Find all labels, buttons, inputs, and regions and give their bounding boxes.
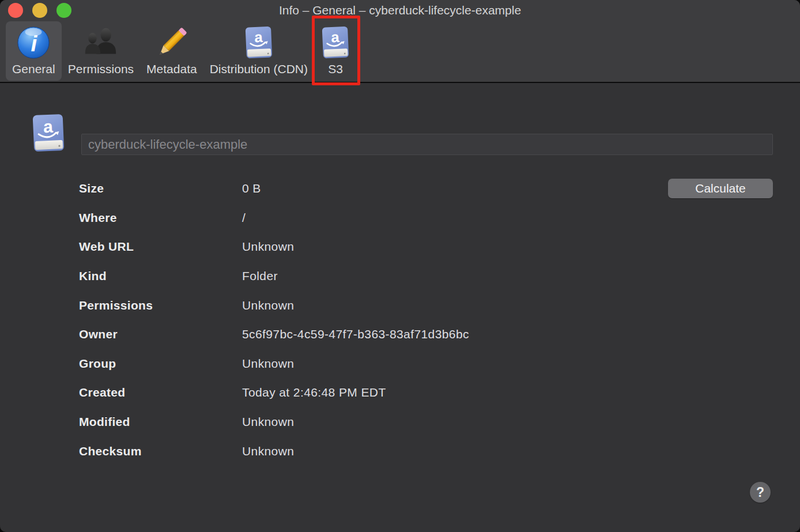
tab-general-label: General [12,62,55,76]
amazon-drive-icon: a [320,25,350,61]
tab-s3[interactable]: a S3 [314,21,357,81]
tab-s3-label: S3 [328,62,343,76]
group-label: Group [79,357,242,371]
permissions-label: Permissions [79,299,242,312]
tab-permissions[interactable]: Permissions [62,21,140,81]
pencil-icon [154,25,190,61]
kind-label: Kind [79,269,242,283]
tab-distribution-cdn[interactable]: a Distribution (CDN) [203,21,314,81]
where-value: / [242,211,246,225]
file-header: a [29,116,773,155]
info-row-owner: Owner 5c6f97bc-4c59-47f7-b363-83af71d3b6… [79,320,773,349]
info-row-size: Size 0 B Calculate [79,174,773,203]
tab-metadata-label: Metadata [146,62,197,76]
tab-distribution-cdn-label: Distribution (CDN) [210,62,308,76]
created-value: Today at 2:46:48 PM EDT [242,386,386,399]
people-icon [83,25,119,61]
svg-text:i: i [31,31,38,56]
size-label: Size [79,182,242,195]
amazon-drive-icon: a [29,114,68,155]
svg-text:a: a [254,29,263,46]
minimize-button[interactable] [32,3,47,18]
info-rows: Size 0 B Calculate Where / Web URL Unkno… [79,174,773,466]
size-value: 0 B [242,182,261,195]
owner-value: 5c6f97bc-4c59-47f7-b363-83af71d3b6bc [242,327,469,341]
close-button[interactable] [8,3,23,18]
checksum-value: Unknown [242,444,294,458]
svg-text:a: a [331,29,340,46]
svg-text:a: a [43,117,53,137]
modified-label: Modified [79,415,242,429]
tab-metadata[interactable]: Metadata [140,21,203,81]
titlebar-toolbar: Info – General – cyberduck-lifecycle-exa… [0,0,800,83]
owner-label: Owner [79,327,242,341]
web-url-label: Web URL [79,240,242,254]
permissions-value: Unknown [242,299,294,312]
info-row-group: Group Unknown [79,349,773,379]
toolbar-tabs: i General [0,21,800,81]
traffic-lights [8,3,71,18]
info-row-permissions: Permissions Unknown [79,290,773,320]
info-row-web-url: Web URL Unknown [79,232,773,262]
tab-permissions-label: Permissions [68,62,134,76]
info-window: Info – General – cyberduck-lifecycle-exa… [0,0,800,532]
info-row-where: Where / [79,203,773,233]
amazon-drive-icon: a [244,25,274,61]
calculate-button[interactable]: Calculate [668,179,773,198]
where-label: Where [79,211,242,225]
info-row-kind: Kind Folder [79,262,773,291]
tab-general[interactable]: i General [6,21,62,81]
modified-value: Unknown [242,415,294,429]
web-url-value: Unknown [242,240,294,254]
general-panel: a Size 0 B Calculate Where / Web URL [0,83,800,531]
info-icon: i [17,25,50,61]
kind-value: Folder [242,269,278,283]
created-label: Created [79,386,242,399]
info-row-modified: Modified Unknown [79,408,773,437]
window-title: Info – General – cyberduck-lifecycle-exa… [0,0,800,21]
help-button[interactable]: ? [750,482,771,503]
filename-input[interactable] [81,134,773,155]
checksum-label: Checksum [79,444,242,458]
zoom-button[interactable] [56,3,71,18]
info-row-created: Created Today at 2:46:48 PM EDT [79,378,773,408]
info-row-checksum: Checksum Unknown [79,436,773,466]
group-value: Unknown [242,357,294,371]
